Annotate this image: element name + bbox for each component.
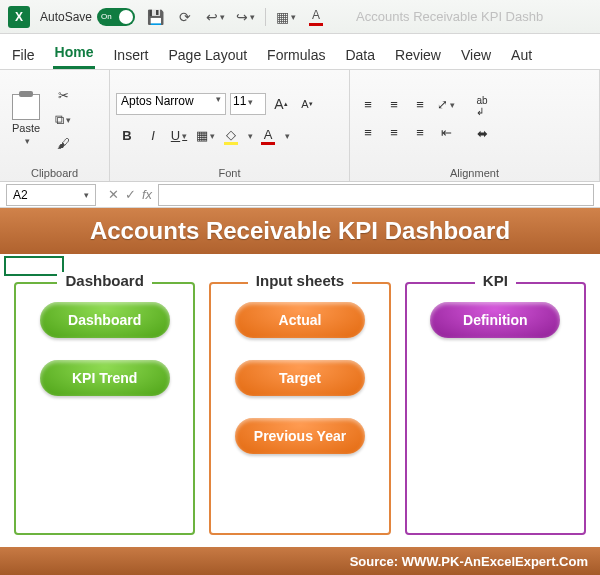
tab-data[interactable]: Data [343,41,377,69]
cancel-formula-icon[interactable]: ✕ [108,187,119,202]
tab-view[interactable]: View [459,41,493,69]
font-name-select[interactable]: Aptos Narrow▾ [116,93,226,115]
ribbon-tabs: File Home Insert Page Layout Formulas Da… [0,34,600,70]
toggle-knob-icon [119,10,133,24]
card-input-sheets: Input sheets Actual Target Previous Year [209,282,390,535]
formula-input[interactable] [158,184,594,206]
active-cell-selection[interactable] [4,256,64,276]
excel-logo-icon: X [8,6,30,28]
pill-definition[interactable]: Definition [430,302,560,338]
wrap-text-button[interactable]: ab↲ [468,95,496,117]
worksheet-area[interactable]: Accounts Receivable KPI Dashboard Dashbo… [0,208,600,575]
decrease-indent-button[interactable]: ⇤ [434,121,458,145]
font-color-icon[interactable]: A [306,7,326,27]
paste-button[interactable]: Paste ▾ [6,94,46,146]
tab-home[interactable]: Home [53,38,96,69]
tab-page-layout[interactable]: Page Layout [166,41,249,69]
ribbon-group-font: Aptos Narrow▾ 11▾ A▴ A▾ B I U▾ ▦▾ ◇▾ A▾ … [110,70,350,181]
footer-source: Source: WWW.PK-AnExcelExpert.Com [350,554,588,569]
ribbon-group-clipboard: Paste ▾ ✂ ⧉▾ 🖌 Clipboard [0,70,110,181]
dashboard-banner: Accounts Receivable KPI Dashboard [0,208,600,254]
clipboard-group-label: Clipboard [6,165,103,179]
refresh-icon[interactable]: ⟳ [175,7,195,27]
card-title: Dashboard [57,272,151,289]
enter-formula-icon[interactable]: ✓ [125,187,136,202]
chevron-down-icon: ▾ [25,136,30,146]
ribbon: Paste ▾ ✂ ⧉▾ 🖌 Clipboard Aptos Narrow▾ 1… [0,70,600,182]
chevron-down-icon: ▾ [216,94,221,104]
align-top-button[interactable]: ≡ [356,93,380,117]
underline-button[interactable]: U▾ [168,125,190,147]
card-kpi: KPI Definition [405,282,586,535]
align-left-button[interactable]: ≡ [356,121,380,145]
pill-dashboard[interactable]: Dashboard [40,302,170,338]
toggle-switch[interactable]: On [97,8,135,26]
qat-separator [265,8,266,26]
save-icon[interactable]: 💾 [145,7,165,27]
pill-actual[interactable]: Actual [235,302,365,338]
alignment-group-label: Alignment [356,165,593,179]
align-center-button[interactable]: ≡ [382,121,406,145]
cards-row: Dashboard Dashboard KPI Trend Input shee… [14,282,586,535]
shrink-font-button[interactable]: A▾ [296,93,318,115]
document-title: Accounts Receivable KPI Dashb [356,9,543,24]
tab-review[interactable]: Review [393,41,443,69]
redo-icon[interactable]: ↪▾ [235,7,255,27]
align-middle-button[interactable]: ≡ [382,93,406,117]
paste-icon [12,94,40,120]
title-bar: X AutoSave On 💾 ⟳ ↩▾ ↪▾ ▦▾ A Accounts Re… [0,0,600,34]
tab-formulas[interactable]: Formulas [265,41,327,69]
pill-target[interactable]: Target [235,360,365,396]
font-size-select[interactable]: 11▾ [230,93,266,115]
copy-icon[interactable]: ⧉▾ [54,111,72,129]
undo-icon[interactable]: ↩▾ [205,7,225,27]
chevron-down-icon: ▾ [248,97,253,107]
italic-button[interactable]: I [142,125,164,147]
toggle-state: On [101,12,112,21]
sheet-footer: Source: WWW.PK-AnExcelExpert.Com [0,547,600,575]
card-title: KPI [475,272,516,289]
tab-file[interactable]: File [10,41,37,69]
font-color-button[interactable]: A [257,125,279,147]
pill-previous-year[interactable]: Previous Year [235,418,365,454]
bold-button[interactable]: B [116,125,138,147]
name-box[interactable]: A2 ▾ [6,184,96,206]
borders-icon[interactable]: ▦▾ [276,7,296,27]
paste-label: Paste [12,122,40,134]
grow-font-button[interactable]: A▴ [270,93,292,115]
chevron-down-icon[interactable]: ▾ [248,131,253,141]
align-bottom-button[interactable]: ≡ [408,93,432,117]
autosave-label: AutoSave [40,10,92,24]
card-title: Input sheets [248,272,352,289]
formula-bar-row: A2 ▾ ✕ ✓ fx [0,182,600,208]
cut-icon[interactable]: ✂ [54,87,72,105]
ribbon-group-alignment: ≡ ≡ ≡ ⤢▾ ≡ ≡ ≡ ⇤ ab↲ ⬌ Alignment [350,70,600,181]
fx-icon[interactable]: fx [142,187,152,202]
fill-color-button[interactable]: ◇ [220,125,242,147]
card-dashboard: Dashboard Dashboard KPI Trend [14,282,195,535]
banner-title: Accounts Receivable KPI Dashboard [90,217,510,245]
name-box-value: A2 [13,188,28,202]
tab-insert[interactable]: Insert [111,41,150,69]
tab-automate[interactable]: Aut [509,41,534,69]
format-painter-icon[interactable]: 🖌 [54,135,72,153]
pill-kpi-trend[interactable]: KPI Trend [40,360,170,396]
borders-button[interactable]: ▦▾ [194,125,216,147]
font-group-label: Font [116,165,343,179]
align-right-button[interactable]: ≡ [408,121,432,145]
merge-center-button[interactable]: ⬌ [468,123,496,145]
orientation-button[interactable]: ⤢▾ [434,93,458,117]
chevron-down-icon[interactable]: ▾ [285,131,290,141]
autosave-toggle[interactable]: AutoSave On [40,8,135,26]
chevron-down-icon: ▾ [84,190,89,200]
